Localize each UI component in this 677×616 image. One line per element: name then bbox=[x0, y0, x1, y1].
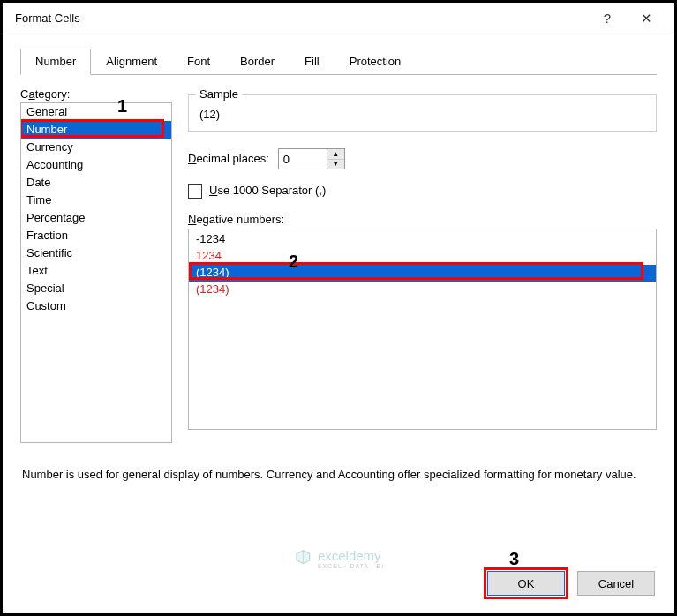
category-description: Number is used for general display of nu… bbox=[20, 466, 657, 484]
tab-protection[interactable]: Protection bbox=[335, 49, 417, 74]
decimal-places-input[interactable] bbox=[279, 149, 327, 169]
negative-item-minus[interactable]: -1234 bbox=[189, 231, 656, 248]
decimal-places-label: Decimal places: bbox=[188, 152, 269, 165]
thousands-separator-checkbox[interactable] bbox=[188, 184, 202, 199]
thousands-separator-row: Use 1000 Separator (,) bbox=[188, 184, 657, 199]
category-item-date[interactable]: Date bbox=[21, 174, 171, 192]
help-icon: ? bbox=[604, 11, 611, 26]
annotation-box-3: OK bbox=[484, 567, 568, 599]
dialog-buttons: OK Cancel bbox=[484, 567, 655, 599]
decimal-places-spinner[interactable]: ▲ ▼ bbox=[278, 148, 345, 169]
category-item-accounting[interactable]: Accounting bbox=[21, 156, 171, 174]
watermark-sub: EXCEL · DATA · BI bbox=[318, 563, 384, 569]
titlebar: Format Cells ? ✕ bbox=[3, 3, 674, 34]
tab-border[interactable]: Border bbox=[225, 49, 290, 74]
category-item-percentage[interactable]: Percentage bbox=[21, 209, 171, 227]
cancel-button[interactable]: Cancel bbox=[577, 571, 655, 596]
annotation-number-2: 2 bbox=[289, 252, 298, 272]
dialog-content: Number Alignment Font Border Fill Protec… bbox=[3, 34, 674, 484]
tab-number[interactable]: Number bbox=[20, 49, 91, 75]
sample-value: (12) bbox=[198, 108, 647, 121]
category-list-inner: General Number Currency Accounting Date … bbox=[21, 103, 171, 442]
thousands-separator-label: Use 1000 Separator (,) bbox=[209, 184, 326, 197]
spinner-up-icon[interactable]: ▲ bbox=[327, 149, 344, 160]
category-column: Category: General Number Currency Accoun… bbox=[20, 87, 172, 443]
negative-item-red[interactable]: 1234 bbox=[189, 248, 656, 265]
category-item-number[interactable]: Number bbox=[21, 121, 171, 139]
decimal-places-row: Decimal places: ▲ ▼ bbox=[188, 148, 657, 169]
close-icon: ✕ bbox=[641, 11, 652, 26]
category-label: Category: bbox=[20, 87, 172, 101]
category-item-currency[interactable]: Currency bbox=[21, 139, 171, 156]
category-item-custom[interactable]: Custom bbox=[21, 297, 171, 315]
tab-font[interactable]: Font bbox=[172, 49, 225, 74]
main-area: Category: General Number Currency Accoun… bbox=[20, 87, 657, 443]
spinner-down-icon[interactable]: ▼ bbox=[327, 160, 344, 169]
negative-item-red-parens[interactable]: (1234) bbox=[189, 282, 656, 298]
sample-legend: Sample bbox=[196, 87, 242, 101]
help-button[interactable]: ? bbox=[588, 5, 627, 32]
category-listbox[interactable]: General Number Currency Accounting Date … bbox=[20, 102, 172, 443]
watermark-icon bbox=[293, 549, 312, 568]
tab-fill[interactable]: Fill bbox=[290, 49, 335, 74]
category-item-scientific[interactable]: Scientific bbox=[21, 244, 171, 262]
tab-strip: Number Alignment Font Border Fill Protec… bbox=[20, 49, 657, 75]
negative-item-parens[interactable]: (1234) bbox=[189, 265, 656, 282]
negative-numbers-label: Negative numbers: bbox=[188, 213, 657, 226]
category-item-general[interactable]: General bbox=[21, 103, 171, 121]
tab-alignment[interactable]: Alignment bbox=[91, 49, 172, 74]
negative-numbers-listbox[interactable]: -1234 1234 (1234) (1234) bbox=[188, 229, 657, 430]
options-column: Sample (12) Decimal places: ▲ ▼ bbox=[188, 87, 657, 443]
ok-button[interactable]: OK bbox=[487, 571, 565, 596]
spinner-buttons: ▲ ▼ bbox=[327, 149, 344, 169]
annotation-number-1: 1 bbox=[117, 96, 127, 116]
negative-list-inner: -1234 1234 (1234) (1234) bbox=[189, 229, 656, 429]
dialog-title: Format Cells bbox=[15, 11, 588, 25]
close-button[interactable]: ✕ bbox=[627, 5, 666, 32]
sample-group: Sample (12) bbox=[188, 94, 657, 132]
watermark-brand: exceldemy bbox=[318, 548, 384, 563]
category-item-time[interactable]: Time bbox=[21, 192, 171, 209]
category-item-text[interactable]: Text bbox=[21, 262, 171, 280]
category-item-special[interactable]: Special bbox=[21, 280, 171, 297]
watermark: exceldemy EXCEL · DATA · BI bbox=[293, 548, 384, 569]
category-item-fraction[interactable]: Fraction bbox=[21, 227, 171, 244]
annotation-number-3: 3 bbox=[509, 549, 519, 569]
